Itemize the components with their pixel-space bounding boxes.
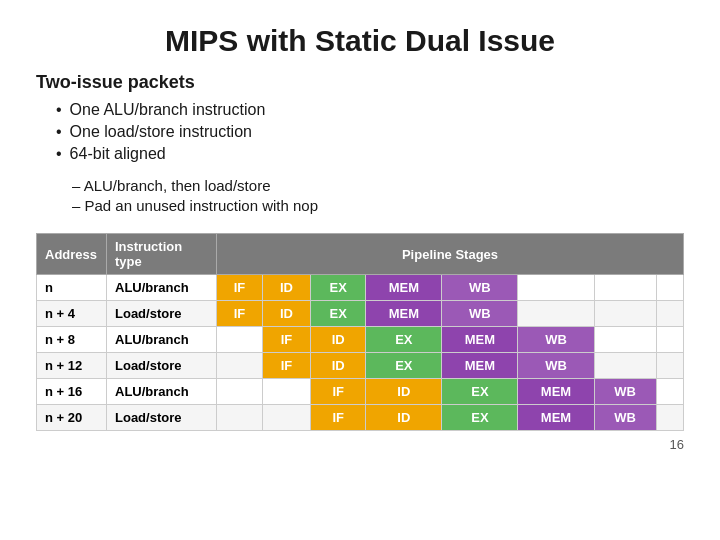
cell-stage [217,353,263,379]
cell-address: n + 8 [37,327,107,353]
cell-instruction-type: ALU/branch [107,327,217,353]
table-row: n + 16ALU/branchIFIDEXMEMWB [37,379,684,405]
cell-stage [518,301,594,327]
cell-stage [656,379,683,405]
header-instruction-type: Instruction type [107,234,217,275]
header-pipeline-stages: Pipeline Stages [217,234,684,275]
bullet-item-1: One ALU/branch instruction [56,101,684,119]
dash-item-1: ALU/branch, then load/store [72,177,684,194]
cell-stage: EX [311,275,366,301]
cell-stage: ID [262,275,310,301]
cell-address: n [37,275,107,301]
dash-list: ALU/branch, then load/store Pad an unuse… [72,177,684,217]
bullet-list: One ALU/branch instruction One load/stor… [56,101,684,167]
cell-stage: WB [594,379,656,405]
cell-instruction-type: ALU/branch [107,275,217,301]
cell-address: n + 16 [37,379,107,405]
cell-stage: WB [594,405,656,431]
table-row: n + 20Load/storeIFIDEXMEMWB [37,405,684,431]
cell-stage [656,353,683,379]
table-row: n + 8ALU/branchIFIDEXMEMWB [37,327,684,353]
cell-stage: IF [262,327,310,353]
cell-stage: IF [311,379,366,405]
cell-stage: MEM [366,301,442,327]
slide: MIPS with Static Dual Issue Two-issue pa… [0,0,720,540]
pipeline-table: Address Instruction type Pipeline Stages… [36,233,684,431]
cell-stage [594,353,656,379]
cell-stage: WB [518,353,594,379]
cell-address: n + 20 [37,405,107,431]
cell-stage: MEM [518,379,594,405]
table-row: n + 4Load/storeIFIDEXMEMWB [37,301,684,327]
cell-stage: ID [311,353,366,379]
bullet-item-3: 64-bit aligned [56,145,684,163]
cell-stage [518,275,594,301]
cell-stage [656,301,683,327]
cell-stage: ID [366,405,442,431]
bullet-item-2: One load/store instruction [56,123,684,141]
cell-stage: EX [366,353,442,379]
cell-stage: WB [442,275,518,301]
cell-stage: MEM [442,353,518,379]
cell-stage: ID [311,327,366,353]
table-row: nALU/branchIFIDEXMEMWB [37,275,684,301]
cell-stage [217,379,263,405]
cell-stage: IF [311,405,366,431]
table-row: n + 12Load/storeIFIDEXMEMWB [37,353,684,379]
cell-stage: ID [366,379,442,405]
cell-stage [262,379,310,405]
cell-address: n + 12 [37,353,107,379]
cell-stage [656,327,683,353]
cell-instruction-type: Load/store [107,353,217,379]
cell-stage: IF [262,353,310,379]
cell-instruction-type: Load/store [107,405,217,431]
cell-stage: EX [442,379,518,405]
cell-stage [217,327,263,353]
cell-address: n + 4 [37,301,107,327]
cell-stage [656,405,683,431]
slide-title: MIPS with Static Dual Issue [36,24,684,58]
cell-stage: EX [366,327,442,353]
cell-stage [594,275,656,301]
cell-stage [656,275,683,301]
cell-stage: MEM [442,327,518,353]
page-number: 16 [36,437,684,452]
cell-stage [594,301,656,327]
dash-item-2: Pad an unused instruction with nop [72,197,684,214]
cell-stage: WB [518,327,594,353]
cell-stage: MEM [518,405,594,431]
cell-stage [594,327,656,353]
cell-stage: EX [442,405,518,431]
cell-stage: IF [217,275,263,301]
cell-stage: EX [311,301,366,327]
cell-stage [217,405,263,431]
cell-instruction-type: Load/store [107,301,217,327]
cell-stage: IF [217,301,263,327]
subtitle: Two-issue packets [36,72,684,93]
cell-stage: MEM [366,275,442,301]
table-header-row: Address Instruction type Pipeline Stages [37,234,684,275]
cell-instruction-type: ALU/branch [107,379,217,405]
cell-stage: ID [262,301,310,327]
pipeline-table-container: Address Instruction type Pipeline Stages… [36,233,684,431]
cell-stage [262,405,310,431]
header-address: Address [37,234,107,275]
cell-stage: WB [442,301,518,327]
